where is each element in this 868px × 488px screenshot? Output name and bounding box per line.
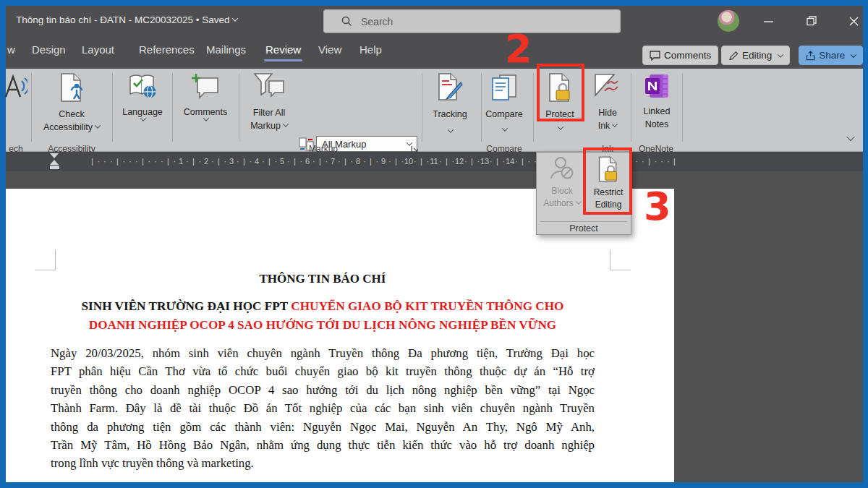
chevron-down-icon xyxy=(575,198,581,204)
ruler-tick: · xyxy=(249,155,252,168)
first-line-indent-marker[interactable] xyxy=(50,153,59,158)
comments-button[interactable]: Comments xyxy=(642,46,718,65)
horizontal-ruler[interactable]: |···|···|···|·1·|·2·|·3·|·4·|·5·|·6·|·7·… xyxy=(6,152,863,171)
margin-corner-mark xyxy=(610,249,610,270)
annotation-box-protect xyxy=(537,64,584,121)
compare-icon xyxy=(490,72,519,103)
ruler-tick: · xyxy=(667,155,670,168)
ruler-tick: · xyxy=(527,155,530,168)
ruler-tick: | xyxy=(319,155,321,168)
hide-ink-icon xyxy=(593,72,622,101)
ruler-tick: · xyxy=(464,155,467,168)
ruler-tick: 4 xyxy=(255,155,259,168)
read-aloud-button[interactable] xyxy=(0,72,29,105)
ruler-tick: · xyxy=(654,155,657,168)
new-comment-button[interactable]: Comments xyxy=(175,72,236,119)
ruler-tick: · xyxy=(426,155,429,168)
language-icon xyxy=(128,72,157,100)
body-line: Trần Mỹ Tâm, Hồ Hồng Bảo Ngân, nhằm ứng … xyxy=(51,438,595,456)
tab-help[interactable]: Help xyxy=(359,43,382,56)
ruler-tick: 1 xyxy=(179,155,183,168)
chevron-down-icon xyxy=(558,124,563,129)
ribbon-tab-row: w Design Layout References Mailings Revi… xyxy=(6,36,863,69)
ruler-tick: · xyxy=(401,155,404,168)
editing-mode-button[interactable]: Editing xyxy=(721,46,790,65)
title-bar: Thông tin báo chí - ĐATN - MC20032025 • … xyxy=(6,6,863,36)
tab-design[interactable]: Design xyxy=(32,43,66,56)
chevron-down-icon xyxy=(778,51,783,57)
ruler-tick: 11 xyxy=(430,155,438,168)
tab-layout[interactable]: Layout xyxy=(82,43,114,56)
share-button[interactable]: Share xyxy=(799,46,863,65)
margin-corner-mark xyxy=(610,270,631,270)
ruler-tick: 9 xyxy=(381,155,386,168)
ruler-tick: · xyxy=(325,155,328,168)
ruler-tick: · xyxy=(211,155,214,168)
ruler-tick: · xyxy=(148,155,150,168)
search-input[interactable]: Search xyxy=(323,9,621,33)
onenote-icon xyxy=(643,72,671,100)
ruler-tick: · xyxy=(110,155,113,168)
ruler-tick: · xyxy=(451,155,454,168)
comment-plus-icon xyxy=(190,72,221,100)
close-button[interactable] xyxy=(838,6,868,36)
tab-review[interactable]: Review xyxy=(265,43,301,56)
compare-button[interactable]: Compare xyxy=(480,72,529,121)
ruler-tick: 7 xyxy=(331,155,335,168)
left-indent-marker[interactable] xyxy=(50,166,59,169)
hanging-indent-marker[interactable] xyxy=(50,160,59,165)
ruler-tick: 13 xyxy=(480,155,489,168)
ruler-tick: · xyxy=(660,155,663,168)
tab-draw-truncated[interactable]: w xyxy=(7,43,15,56)
ruler-tick: | xyxy=(673,155,676,168)
ruler-tick: · xyxy=(312,155,315,168)
language-button[interactable]: Language xyxy=(114,72,171,119)
filter-all-markup-button[interactable]: Filter All Markup xyxy=(242,72,297,132)
indent-markers[interactable] xyxy=(49,153,60,171)
user-avatar[interactable] xyxy=(718,10,739,32)
tab-view[interactable]: View xyxy=(318,43,341,56)
ruler-tick: · xyxy=(642,155,644,168)
ruler-tick: · xyxy=(635,155,638,168)
ruler-tick: · xyxy=(97,155,100,168)
saved-chevron-icon[interactable] xyxy=(231,15,237,21)
ruler-tick: · xyxy=(173,155,176,168)
ruler-tick: | xyxy=(192,155,195,168)
ruler-tick: · xyxy=(129,155,132,168)
ruler-tick: | xyxy=(420,155,422,168)
tracking-button[interactable]: Tracking xyxy=(424,72,476,121)
block-authors-button[interactable]: Block Authors xyxy=(540,155,584,218)
ruler-tick: · xyxy=(237,155,239,168)
ruler-tick: | xyxy=(446,155,448,168)
collapse-ribbon-icon[interactable] xyxy=(846,133,854,141)
tab-references[interactable]: References xyxy=(139,43,195,56)
search-placeholder: Search xyxy=(361,16,393,27)
ruler-tick: · xyxy=(490,155,493,168)
ruler-tick: 3 xyxy=(229,155,234,168)
ruler-tick: 12 xyxy=(455,155,464,168)
tab-mailings[interactable]: Mailings xyxy=(206,43,246,56)
ruler-tick: | xyxy=(142,155,144,168)
document-text-area[interactable]: THÔNG TIN BÁO CHÍ SINH VIÊN TRƯỜNG ĐẠI H… xyxy=(51,189,595,482)
annotation-number-3: 3 xyxy=(644,184,671,229)
check-accessibility-button[interactable]: Check Accessibility xyxy=(35,72,108,134)
minimize-button[interactable] xyxy=(752,6,784,36)
pencil-icon xyxy=(728,51,739,61)
ruler-tick: · xyxy=(262,155,265,168)
ruler-tick: | xyxy=(116,155,119,168)
restore-button[interactable] xyxy=(796,6,827,36)
ruler-tick: | xyxy=(370,155,372,168)
ruler-tick: | xyxy=(294,155,296,168)
ruler-tick: | xyxy=(522,155,524,168)
annotation-box-restrict-editing xyxy=(583,147,632,215)
hide-ink-button[interactable]: Hide Ink xyxy=(586,72,629,132)
headline-line-2: DOANH NGHIỆP OCOP 4 SAO HƯỚNG TỚI DU LỊC… xyxy=(51,316,595,335)
ruler-tick: · xyxy=(363,155,366,168)
chevron-down-icon xyxy=(283,121,289,127)
ruler-tick: | xyxy=(167,155,169,168)
ruler-tick: | xyxy=(91,155,93,168)
chevron-down-icon xyxy=(448,127,454,132)
ruler-tick: · xyxy=(198,155,201,168)
ruler-tick: · xyxy=(122,155,125,168)
linked-notes-button[interactable]: Linked Notes xyxy=(634,72,680,131)
